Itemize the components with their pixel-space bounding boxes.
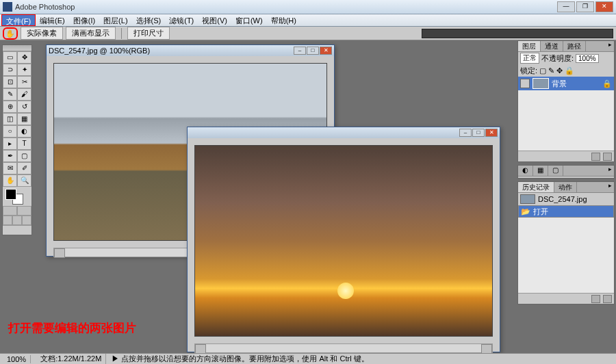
move-tool[interactable]: ✥ <box>17 51 31 64</box>
fit-screen-button[interactable]: 满画布显示 <box>66 27 116 40</box>
lock-icon[interactable]: ▢ ✎ ✥ 🔒 <box>539 66 574 75</box>
document-window-2[interactable]: – □ ✕ <box>187 127 500 352</box>
doc-size[interactable]: 文档:1.22M/1.22M <box>36 354 106 364</box>
pen-tool[interactable]: ✒ <box>3 150 17 162</box>
print-size-button[interactable]: 打印尺寸 <box>127 27 170 40</box>
type-tool[interactable]: T <box>17 138 31 150</box>
hand-tool-icon[interactable]: ✋ <box>3 27 18 40</box>
actual-pixels-button[interactable]: 实际像素 <box>21 27 63 40</box>
maximize-button[interactable]: ❐ <box>576 1 594 12</box>
stamp-tool[interactable]: ⊕ <box>3 101 17 113</box>
panel-menu-icon[interactable]: ▸ <box>606 182 614 192</box>
status-bar: 100% 文档:1.22M/1.22M ▶ 点按并拖移以沿想要的方向滚动图像。要… <box>0 353 616 364</box>
eyedropper-tool[interactable]: ✐ <box>17 162 31 174</box>
doc2-canvas[interactable] <box>194 145 493 337</box>
menu-view[interactable]: 视图(V) <box>198 14 231 26</box>
color-panel: ◐ ▦ ▢ ▸ <box>517 165 615 179</box>
menu-edit[interactable]: 编辑(E) <box>36 14 69 26</box>
menu-layer[interactable]: 图层(L) <box>99 14 131 26</box>
jump-button[interactable] <box>3 225 31 235</box>
delete-state-icon[interactable] <box>603 295 612 303</box>
screen-mode[interactable] <box>3 216 31 225</box>
history-bottom <box>518 293 614 304</box>
marquee-tool[interactable]: ▭ <box>3 51 17 64</box>
eraser-tool[interactable]: ◫ <box>3 113 17 125</box>
tab-actions[interactable]: 动作 <box>554 182 577 192</box>
history-snapshot[interactable]: DSC_2547.jpg <box>518 193 614 205</box>
layers-empty <box>518 90 614 151</box>
doc2-maximize[interactable]: □ <box>472 129 485 137</box>
tab-color[interactable]: ◐ <box>518 166 533 176</box>
app-icon <box>3 2 12 12</box>
menu-image[interactable]: 图像(I) <box>69 14 99 26</box>
lock-label: 锁定: <box>520 66 537 76</box>
lock-icon: 🔒 <box>602 79 612 88</box>
menu-select[interactable]: 选择(S) <box>132 14 166 26</box>
tab-style[interactable]: ▢ <box>548 166 563 176</box>
lasso-tool[interactable]: ⊃ <box>3 64 17 76</box>
separator <box>121 28 122 39</box>
toolbox-grip[interactable] <box>3 45 31 51</box>
visibility-icon[interactable] <box>520 79 530 88</box>
color-swatches[interactable] <box>3 187 31 206</box>
dodge-tool[interactable]: ◐ <box>17 125 31 138</box>
doc1-maximize[interactable]: □ <box>307 47 319 55</box>
menu-file[interactable]: 文件(F) <box>1 14 36 26</box>
hand-tool[interactable]: ✋ <box>3 174 17 187</box>
notes-tool[interactable]: ✉ <box>3 162 17 174</box>
crop-tool[interactable]: ⊡ <box>3 76 17 88</box>
annotation-caption: 打开需要编辑的两张图片 <box>8 320 136 336</box>
history-file: DSC_2547.jpg <box>538 195 587 203</box>
opacity-input[interactable]: 100% <box>576 54 599 63</box>
menu-window[interactable]: 窗口(W) <box>231 14 267 26</box>
opacity-label: 不透明度: <box>541 53 574 64</box>
new-layer-icon[interactable] <box>591 153 600 161</box>
shape-tool[interactable]: ▢ <box>17 150 31 162</box>
doc1-close[interactable]: ✕ <box>320 47 332 55</box>
options-bar: ✋ 实际像素 满画布显示 打印尺寸 <box>0 27 616 40</box>
zoom-tool[interactable]: 🔍 <box>17 174 31 187</box>
slice-tool[interactable]: ✂ <box>17 76 31 88</box>
blur-tool[interactable]: ○ <box>3 125 17 138</box>
menu-bar: 文件(F) 编辑(E) 图像(I) 图层(L) 选择(S) 滤镜(T) 视图(V… <box>0 14 616 27</box>
tab-paths[interactable]: 路径 <box>563 41 586 51</box>
mask-mode[interactable] <box>3 206 31 216</box>
tab-channels[interactable]: 通道 <box>541 41 563 51</box>
history-brush-tool[interactable]: ↺ <box>17 101 31 113</box>
gradient-tool[interactable]: ▦ <box>17 113 31 125</box>
path-tool[interactable]: ▸ <box>3 138 17 150</box>
history-step-label: 打开 <box>533 207 548 217</box>
blend-mode-select[interactable]: 正常 <box>520 53 539 64</box>
tab-history[interactable]: 历史记录 <box>518 182 554 192</box>
layer-name: 背景 <box>552 79 567 89</box>
close-button[interactable]: ✕ <box>595 1 613 12</box>
doc2-close[interactable]: ✕ <box>485 129 498 137</box>
delete-layer-icon[interactable] <box>603 153 612 161</box>
layer-background[interactable]: 背景 🔒 <box>518 77 614 90</box>
new-snapshot-icon[interactable] <box>591 295 600 303</box>
tab-layers[interactable]: 图层 <box>518 41 541 51</box>
panel-menu-icon[interactable]: ▸ <box>606 41 614 51</box>
history-thumbnail <box>520 194 535 204</box>
doc1-minimize[interactable]: – <box>294 47 306 55</box>
doc1-title: DSC_2547.jpg @ 100%(RGB) <box>49 47 293 55</box>
doc2-scrollbar[interactable] <box>194 343 493 353</box>
palette-well[interactable] <box>422 29 613 38</box>
toolbox: ▭ ✥ ⊃ ✦ ⊡ ✂ ✎ 🖌 ⊕ ↺ ◫ ▦ ○ ◐ ▸ T ✒ ▢ ✉ ✐ … <box>2 44 32 235</box>
open-icon: 📂 <box>521 207 530 216</box>
app-title: Adobe Photoshop <box>15 3 557 11</box>
zoom-level[interactable]: 100% <box>3 355 31 363</box>
menu-help[interactable]: 帮助(H) <box>267 14 300 26</box>
panel-menu-icon[interactable]: ▸ <box>606 166 614 176</box>
history-step-open[interactable]: 📂 打开 <box>518 205 614 218</box>
history-empty <box>518 218 614 293</box>
tab-swatch[interactable]: ▦ <box>533 166 548 176</box>
menu-filter[interactable]: 滤镜(T) <box>165 14 198 26</box>
status-hint: ▶ 点按并拖移以沿想要的方向滚动图像。要用附加选项，使用 Alt 和 Ctrl … <box>112 354 368 364</box>
minimize-button[interactable]: — <box>557 1 575 12</box>
brush-tool[interactable]: 🖌 <box>17 88 31 101</box>
wand-tool[interactable]: ✦ <box>17 64 31 76</box>
layers-bottom <box>518 151 614 161</box>
heal-tool[interactable]: ✎ <box>3 88 17 101</box>
doc2-minimize[interactable]: – <box>459 129 472 137</box>
